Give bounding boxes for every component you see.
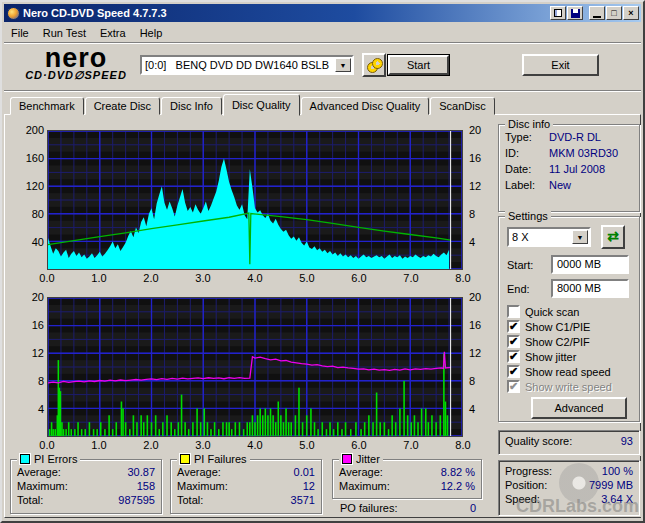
stat-row: Maximum:158: [11, 479, 161, 493]
drive-selector[interactable]: [0:0] BENQ DVD DD DW1640 BSLB ▼: [140, 55, 354, 75]
disc-info-panel: Disc info Type:DVD-R DL ID:MKM 03RD30 Da…: [498, 124, 640, 212]
progress-row: Position:7999 MB: [499, 478, 639, 492]
tick-label: 4: [469, 236, 475, 248]
tick-label: 1.0: [85, 272, 113, 284]
tick-label: 6.0: [345, 272, 373, 284]
tick-label: 12: [469, 347, 481, 359]
window-title: Nero CD-DVD Speed 4.7.7.3: [23, 7, 549, 19]
checkbox-icon: ✔: [507, 335, 520, 348]
nero-logo-text: nero: [16, 47, 136, 69]
checkbox-quick-scan[interactable]: Quick scan: [507, 305, 639, 318]
tick-label: 8: [38, 375, 44, 387]
speed-select-value: 8 X: [509, 231, 572, 243]
tick-label: 5.0: [293, 439, 321, 451]
quality-score-panel: Quality score: 93: [498, 430, 640, 455]
pi-errors-legend-checkbox[interactable]: [20, 454, 30, 464]
tick-label: 16: [469, 319, 481, 331]
pi-failures-panel: PI Failures Average:0.01 Maximum:12 Tota…: [170, 459, 322, 514]
checkbox-show-write-speed[interactable]: ✔Show write speed: [507, 380, 639, 393]
advanced-button[interactable]: Advanced: [531, 397, 627, 419]
stat-row: Average:8.82 %: [333, 465, 481, 479]
speed-select[interactable]: 8 X ▼: [507, 227, 591, 247]
pi-errors-x-axis: 0.01.02.03.04.05.06.07.08.0: [47, 272, 463, 286]
checkbox-show-c1-pie[interactable]: ✔Show C1/PIE: [507, 320, 639, 333]
disc-icon: [372, 58, 383, 69]
start-mb-field[interactable]: 0000 MB: [551, 255, 629, 274]
chevron-down-icon[interactable]: ▼: [572, 230, 588, 244]
refresh-button[interactable]: ⇄: [601, 225, 625, 249]
quality-score-value: 93: [621, 435, 633, 447]
checkbox-show-jitter[interactable]: ✔Show jitter: [507, 350, 639, 363]
settings-panel: Settings 8 X ▼ ⇄ Start: 0000 MB End: 800…: [498, 216, 640, 422]
menu-item-extra[interactable]: Extra: [93, 25, 133, 41]
app-window: Nero CD-DVD Speed 4.7.7.3 □ × File Run T…: [0, 0, 645, 523]
close-button[interactable]: ×: [623, 6, 639, 20]
pi-failures-y-axis-left: 20161284: [16, 297, 46, 437]
pi-errors-panel: PI Errors Average:30.87 Maximum:158 Tota…: [10, 459, 162, 514]
menu-item-run-test[interactable]: Run Test: [36, 25, 93, 41]
tick-label: 40: [32, 236, 44, 248]
report-button[interactable]: [550, 6, 566, 20]
minimize-icon: [593, 16, 601, 18]
tick-label: 7.0: [397, 439, 425, 451]
tab-disc-info[interactable]: Disc Info: [161, 97, 222, 115]
disc-info-row: Date:11 Jul 2008: [499, 161, 639, 177]
end-mb-field[interactable]: 8000 MB: [551, 279, 629, 298]
tick-label: 20: [469, 291, 481, 303]
jitter-panel: Jitter Average:8.82 % Maximum:12.2 %: [332, 459, 482, 499]
chevron-down-icon[interactable]: ▼: [335, 58, 351, 72]
tick-label: 12: [32, 347, 44, 359]
menu-item-help[interactable]: Help: [133, 25, 170, 41]
po-failures-row: PO failures:0: [334, 501, 482, 515]
tab-benchmark[interactable]: Benchmark: [10, 97, 84, 115]
maximize-button[interactable]: □: [606, 6, 622, 20]
tick-label: 16: [469, 152, 481, 164]
window-titlebar: Nero CD-DVD Speed 4.7.7.3 □ ×: [4, 4, 641, 22]
tick-label: 200: [26, 124, 44, 136]
tick-label: 12: [469, 180, 481, 192]
pi-failures-legend-checkbox[interactable]: [180, 454, 190, 464]
tab-disc-quality[interactable]: Disc Quality: [223, 94, 300, 116]
checkbox-icon: ✔: [507, 380, 520, 393]
tick-label: 4: [38, 403, 44, 415]
tick-label: 120: [26, 180, 44, 192]
exit-button[interactable]: Exit: [522, 54, 599, 76]
tick-label: 0.0: [33, 272, 61, 284]
start-button[interactable]: Start: [387, 54, 450, 76]
tick-label: 3.0: [189, 439, 217, 451]
tab-advanced-disc-quality[interactable]: Advanced Disc Quality: [301, 97, 430, 115]
stat-row: Total:987595: [11, 493, 161, 507]
start-mb-label: Start:: [507, 259, 533, 271]
menu-item-file[interactable]: File: [4, 25, 36, 41]
checkbox-show-c2-pif[interactable]: ✔Show C2/PIF: [507, 335, 639, 348]
disc-info-row: Type:DVD-R DL: [499, 129, 639, 145]
settings-title: Settings: [508, 210, 548, 222]
save-button[interactable]: [567, 6, 583, 20]
report-icon: [554, 9, 562, 17]
tick-label: 6.0: [345, 439, 373, 451]
pi-failures-chart: [47, 297, 463, 437]
jitter-legend-checkbox[interactable]: [342, 454, 352, 464]
minimize-button[interactable]: [589, 6, 605, 20]
tab-scandisc[interactable]: ScanDisc: [430, 97, 494, 115]
stat-row: Average:30.87: [11, 465, 161, 479]
pi-failures-x-axis: 0.01.02.03.04.05.06.07.08.0: [47, 439, 463, 453]
pi-errors-y-axis-right: 20161284: [467, 130, 489, 270]
pi-failures-y-axis-right: 20161284: [467, 297, 489, 437]
tick-label: 4: [469, 403, 475, 415]
stat-row: Maximum:12.2 %: [333, 479, 481, 493]
refresh-icon: ⇄: [607, 228, 619, 244]
tick-label: 4.0: [241, 272, 269, 284]
tick-label: 3.0: [189, 272, 217, 284]
disc-info-row: Label:New: [499, 177, 639, 193]
disc-tray-button[interactable]: [362, 53, 386, 77]
nero-logo: nero CD·DVD∅SPEED: [16, 47, 136, 82]
tab-bar: Benchmark Create Disc Disc Info Disc Qua…: [10, 94, 496, 115]
tab-create-disc[interactable]: Create Disc: [85, 97, 160, 115]
checkbox-show-read-speed[interactable]: ✔Show read speed: [507, 365, 639, 378]
tick-label: 1.0: [85, 439, 113, 451]
tick-label: 20: [469, 124, 481, 136]
disc-info-row: ID:MKM 03RD30: [499, 145, 639, 161]
checkbox-icon: ✔: [507, 350, 520, 363]
tick-label: 0.0: [33, 439, 61, 451]
